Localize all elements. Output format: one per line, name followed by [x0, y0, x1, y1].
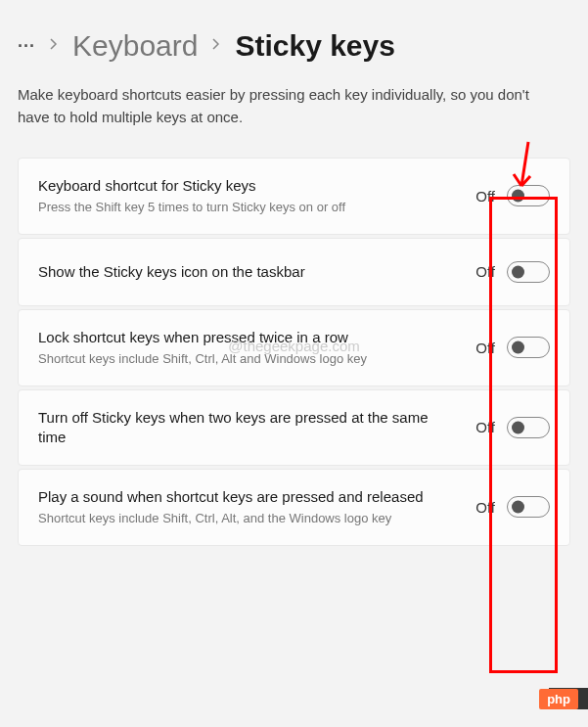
toggle-state-label: Off [475, 499, 495, 516]
toggle-thumb [512, 265, 524, 278]
page-description: Make keyboard shortcuts easier by pressi… [18, 84, 570, 128]
breadcrumb: ··· Keyboard Sticky keys [18, 29, 570, 63]
breadcrumb-keyboard[interactable]: Keyboard [72, 29, 198, 63]
setting-subtitle: Press the Shift key 5 times to turn Stic… [38, 199, 456, 216]
setting-title: Play a sound when shortcut keys are pres… [38, 487, 456, 507]
breadcrumb-more-icon[interactable]: ··· [18, 36, 35, 57]
page-title: Sticky keys [235, 29, 394, 63]
chevron-right-icon [49, 37, 59, 55]
php-badge: php [539, 689, 578, 709]
setting-title: Lock shortcut keys when pressed twice in… [38, 328, 456, 347]
setting-text: Show the Sticky keys icon on the taskbar [38, 262, 475, 282]
toggle-switch[interactable] [507, 496, 550, 518]
setting-subtitle: Shortcut keys include Shift, Ctrl, Alt a… [38, 350, 456, 368]
setting-control: Off [475, 185, 550, 206]
setting-title: Keyboard shortcut for Sticky keys [38, 176, 456, 196]
setting-keyboard-shortcut: Keyboard shortcut for Sticky keys Press … [18, 158, 570, 235]
toggle-state-label: Off [475, 340, 495, 356]
setting-title: Turn off Sticky keys when two keys are p… [38, 408, 456, 448]
toggle-switch[interactable] [507, 417, 550, 438]
setting-text: Lock shortcut keys when pressed twice in… [38, 328, 475, 368]
toggle-switch[interactable] [507, 185, 550, 206]
toggle-state-label: Off [475, 263, 495, 280]
settings-list: Keyboard shortcut for Sticky keys Press … [18, 158, 570, 546]
toggle-thumb [512, 501, 524, 514]
setting-subtitle: Shortcut keys include Shift, Ctrl, Alt, … [38, 510, 456, 527]
setting-text: Play a sound when shortcut keys are pres… [38, 487, 475, 527]
setting-text: Keyboard shortcut for Sticky keys Press … [38, 176, 475, 216]
setting-control: Off [475, 417, 550, 438]
setting-play-sound: Play a sound when shortcut keys are pres… [18, 469, 570, 546]
toggle-switch[interactable] [507, 337, 550, 358]
toggle-thumb [512, 421, 524, 433]
toggle-state-label: Off [475, 188, 495, 204]
setting-turn-off-two-keys: Turn off Sticky keys when two keys are p… [18, 389, 570, 467]
setting-control: Off [475, 337, 550, 358]
chevron-right-icon [211, 37, 221, 55]
toggle-thumb [512, 190, 524, 203]
toggle-state-label: Off [475, 419, 495, 435]
setting-control: Off [475, 496, 550, 518]
toggle-switch[interactable] [507, 261, 550, 283]
toggle-thumb [512, 341, 524, 354]
setting-title: Show the Sticky keys icon on the taskbar [38, 262, 456, 282]
setting-text: Turn off Sticky keys when two keys are p… [38, 408, 475, 448]
setting-lock-shortcut: Lock shortcut keys when pressed twice in… [18, 309, 570, 386]
setting-control: Off [475, 261, 550, 283]
setting-show-icon-taskbar: Show the Sticky keys icon on the taskbar… [18, 238, 570, 306]
